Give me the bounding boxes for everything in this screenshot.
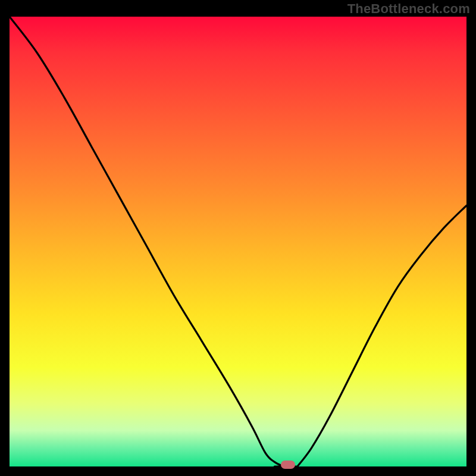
- optimal-point-marker: [281, 461, 295, 469]
- watermark-text: TheBottleneck.com: [347, 1, 470, 17]
- gradient-plot-area: [10, 17, 466, 466]
- bottleneck-curve: [10, 17, 466, 466]
- chart-stage: TheBottleneck.com: [0, 0, 476, 476]
- curve-path: [10, 17, 466, 466]
